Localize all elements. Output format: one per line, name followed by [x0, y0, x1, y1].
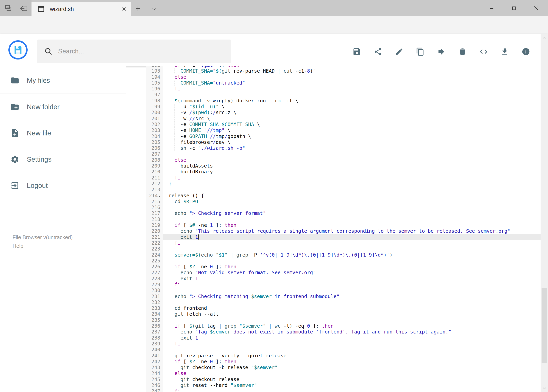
code-line: -e GOPATH=//tmp/gopath \: [163, 133, 541, 139]
copy-icon[interactable]: [416, 47, 425, 56]
code-line: if [ $# -ne 1 ]; then: [163, 222, 541, 228]
code-line: buildBinary: [163, 169, 541, 175]
floppy-logo-icon: [13, 44, 23, 55]
share-file-icon[interactable]: [373, 47, 383, 56]
code-line: echo "Tag $semver does not exist in subm…: [163, 329, 541, 335]
page-icon: [37, 5, 45, 13]
tab-strip-left-buttons: [0, 0, 32, 16]
line-number: 221: [146, 234, 163, 240]
code-line: fi: [163, 240, 541, 246]
line-number: 222: [146, 240, 163, 246]
tab-wizard-sh[interactable]: wizard.sh: [32, 2, 131, 16]
app-version: File Browser v(untracked): [13, 234, 73, 240]
line-number: 240: [146, 347, 163, 353]
code-line: git checkout release: [163, 377, 541, 382]
line-number: 244: [146, 371, 163, 376]
code-view-icon[interactable]: [479, 47, 488, 56]
help-link[interactable]: Help: [13, 243, 23, 249]
minimize-button[interactable]: [483, 0, 500, 16]
code-line: -u "$(id -u)" \: [163, 104, 541, 110]
code-line: -v /$(pwd):/src:z \: [163, 110, 541, 115]
tab-preview-chevron-icon[interactable]: [150, 6, 158, 12]
delete-icon[interactable]: [458, 47, 467, 56]
scrollbar-track[interactable]: [541, 34, 548, 392]
sidebar-item-label: New folder: [27, 103, 59, 111]
code-line: release () {: [163, 193, 541, 199]
scrollbar-thumb[interactable]: [541, 288, 547, 363]
line-number: 246: [146, 382, 163, 388]
code-line: cd $REPO: [163, 199, 541, 204]
search-bar[interactable]: [37, 40, 231, 63]
line-number-gutter: 1921931941951961971981992002012022032042…: [146, 66, 163, 392]
tabs-overview-icon[interactable]: [4, 4, 12, 13]
move-icon[interactable]: [437, 47, 446, 56]
line-number: 205: [146, 139, 163, 145]
line-number: 196: [146, 86, 163, 92]
code-line: semver=$(echo "$1" | grep -P '^v(0|[1-9]…: [163, 252, 541, 258]
line-number: 215: [146, 199, 163, 204]
rename-icon[interactable]: [395, 47, 404, 56]
line-number: 210: [146, 169, 163, 175]
line-number: 245: [146, 377, 163, 382]
sidebar-item-settings[interactable]: Settings: [0, 152, 126, 167]
code-line: echo "> Checking semver format": [163, 210, 541, 216]
close-button[interactable]: [528, 0, 544, 16]
search-icon: [44, 47, 53, 56]
code-line: exit 1: [163, 335, 541, 341]
code-line: git rev-parse --verify --quiet release: [163, 353, 541, 359]
app-logo[interactable]: [8, 40, 28, 59]
code-line: echo "This release script requires a sin…: [163, 228, 541, 234]
code-line: COMMIT_SHA="$(git rev-parse HEAD | cut -…: [163, 68, 541, 74]
download-icon[interactable]: [500, 47, 509, 56]
sidebar-item-new-folder[interactable]: New folder: [0, 99, 126, 115]
set-tabs-aside-icon[interactable]: [19, 4, 28, 13]
fold-marker-icon[interactable]: ▾: [159, 195, 160, 198]
line-number: 242: [146, 359, 163, 364]
code-line: [163, 287, 541, 293]
code-line: exit 1: [163, 276, 541, 282]
line-number: 227: [146, 270, 163, 276]
sidebar-item-logout[interactable]: Logout: [0, 178, 126, 193]
text-caret: [198, 234, 199, 239]
code-line: exit 1: [163, 234, 541, 240]
code-line: git reset --hard "$semver": [163, 382, 541, 388]
line-number: 214▾: [146, 193, 163, 199]
sidebar-item-new-file[interactable]: New file: [0, 125, 126, 141]
tab-close-icon[interactable]: [120, 5, 128, 13]
scrollbar-up-icon[interactable]: [541, 34, 548, 42]
code-line: $(command -v winpty) docker run --rm -it…: [163, 98, 541, 104]
code-line: echo "Not valid semver format. See semve…: [163, 270, 541, 276]
maximize-button[interactable]: [506, 0, 522, 16]
new-tab-button[interactable]: [134, 5, 142, 13]
code-line: -e HOME="//tmp" \: [163, 127, 541, 133]
code-line: [163, 258, 541, 264]
navigation-bar: filebrowser.web/files/wizard.sh: [0, 16, 548, 34]
line-number: 229: [146, 282, 163, 287]
search-input[interactable]: [58, 47, 215, 55]
code-line: -e COMMIT_SHA=$COMMIT_SHA \: [163, 121, 541, 127]
code-line: [163, 187, 541, 193]
line-number: 247: [146, 388, 163, 392]
sidebar-item-label: Logout: [27, 182, 48, 189]
code-line: if [ -d ".git" ]; then: [163, 66, 541, 68]
scrollbar-down-icon[interactable]: [541, 384, 548, 392]
code-line: -w //src \: [163, 116, 541, 121]
save-icon[interactable]: [352, 47, 361, 56]
code-line: sh -c "./wizard.sh -b": [163, 145, 541, 151]
line-number: 239: [146, 341, 163, 347]
line-number: 220: [146, 228, 163, 234]
browser-window: wizard.sh: [0, 0, 548, 392]
info-icon[interactable]: [521, 47, 531, 56]
line-number: 233: [146, 305, 163, 311]
code-line: }: [163, 181, 541, 187]
line-number: 207: [146, 151, 163, 157]
line-number: 219: [146, 222, 163, 228]
sidebar-item-label: Settings: [27, 155, 51, 163]
code-lines: if [ -d ".git" ]; then COMMIT_SHA="$(git…: [163, 66, 541, 392]
line-number: 218: [146, 217, 163, 222]
line-number: 234: [146, 311, 163, 317]
gear-icon: [10, 155, 19, 164]
code-line: if [ $? -ne 0 ]; then: [163, 264, 541, 270]
code-editor[interactable]: 1921931941951961971981992002012022032042…: [146, 66, 541, 392]
sidebar-item-my-files[interactable]: My files: [0, 73, 126, 88]
